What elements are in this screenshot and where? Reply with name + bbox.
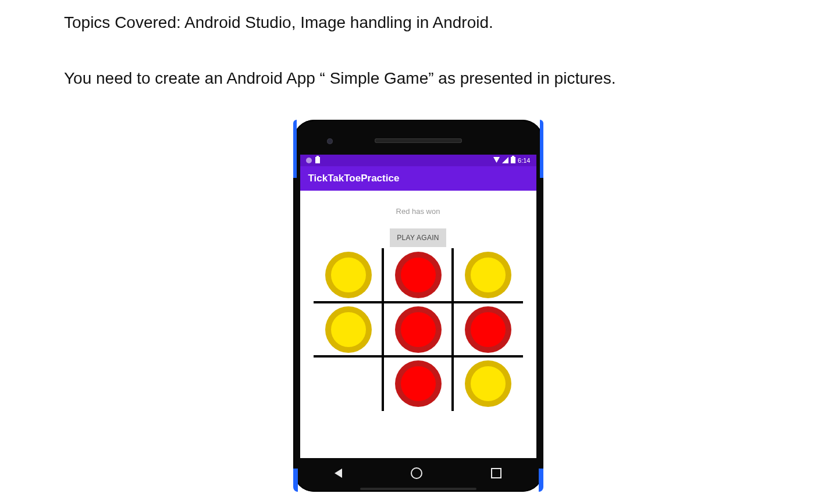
svg-point-127 [471, 366, 506, 401]
frame-accent [540, 120, 543, 178]
board-cell-2[interactable] [453, 248, 523, 302]
svg-point-15 [354, 256, 357, 258]
svg-point-16 [361, 260, 363, 262]
svg-point-61 [339, 346, 341, 349]
svg-point-60 [347, 348, 349, 350]
svg-point-91 [471, 312, 506, 347]
svg-point-104 [486, 308, 489, 310]
svg-point-81 [399, 335, 401, 338]
svg-point-53 [505, 266, 507, 269]
svg-point-121 [409, 364, 411, 366]
svg-point-99 [468, 335, 471, 338]
svg-point-115 [409, 401, 411, 403]
svg-point-32 [417, 254, 419, 256]
yellow-coin-icon [463, 250, 513, 300]
svg-point-114 [417, 402, 419, 405]
svg-point-70 [361, 314, 363, 316]
svg-point-57 [365, 335, 368, 338]
frame-accent [293, 469, 298, 492]
svg-point-96 [486, 348, 489, 350]
nav-back-icon[interactable] [335, 469, 342, 478]
svg-point-116 [403, 396, 405, 399]
svg-point-105 [494, 310, 496, 312]
svg-point-11 [329, 266, 331, 269]
svg-point-117 [399, 390, 401, 392]
svg-point-130 [500, 396, 503, 399]
svg-point-65 [329, 320, 331, 323]
board-cell-7[interactable] [383, 356, 453, 410]
svg-point-71 [365, 320, 368, 323]
app-body: Red has won PLAY AGAIN [300, 191, 536, 458]
status-bar: 6:14 [300, 155, 536, 166]
play-again-button[interactable]: PLAY AGAIN [390, 228, 446, 247]
svg-point-34 [431, 260, 433, 262]
svg-point-86 [417, 308, 419, 310]
svg-point-14 [347, 254, 349, 256]
red-coin-icon [393, 250, 443, 300]
svg-point-17 [365, 266, 368, 269]
svg-point-29 [399, 266, 401, 269]
bottom-speaker [360, 488, 476, 490]
svg-point-122 [417, 363, 419, 365]
svg-point-3 [365, 281, 368, 284]
svg-point-129 [505, 390, 507, 392]
svg-point-7 [339, 292, 341, 294]
svg-point-41 [494, 292, 496, 294]
android-nav-bar [300, 463, 536, 484]
red-coin-icon [393, 359, 443, 409]
svg-point-78 [417, 348, 419, 350]
svg-point-88 [431, 314, 433, 316]
svg-point-75 [435, 335, 437, 338]
svg-point-134 [472, 396, 475, 399]
svg-point-89 [435, 320, 437, 323]
svg-point-138 [472, 369, 475, 371]
svg-point-52 [500, 260, 503, 262]
svg-point-85 [409, 310, 411, 312]
svg-point-63 [329, 335, 331, 338]
svg-point-132 [486, 402, 489, 405]
board-cell-8[interactable] [453, 356, 523, 410]
svg-point-97 [479, 346, 481, 349]
game-board [314, 248, 523, 411]
svg-point-79 [409, 346, 411, 349]
action-bar: TickTakToePractice [300, 166, 536, 191]
nav-home-icon[interactable] [411, 467, 422, 479]
svg-point-46 [467, 274, 469, 276]
svg-point-55 [331, 312, 366, 347]
svg-point-102 [472, 314, 475, 316]
board-cell-0[interactable] [314, 248, 383, 302]
svg-point-143 [505, 375, 507, 377]
nav-recent-icon[interactable] [491, 468, 501, 478]
svg-point-84 [403, 314, 405, 316]
svg-point-92 [506, 328, 508, 330]
svg-point-45 [468, 281, 471, 284]
red-coin-icon [393, 305, 443, 355]
board-cell-6[interactable] [314, 356, 383, 410]
svg-point-112 [431, 396, 433, 399]
svg-point-47 [468, 266, 471, 269]
svg-point-23 [424, 292, 426, 294]
svg-point-37 [471, 258, 506, 292]
svg-point-62 [333, 342, 335, 344]
battery-icon [511, 157, 515, 163]
board-cell-1[interactable] [383, 248, 453, 302]
svg-point-64 [327, 328, 329, 330]
svg-point-20 [436, 274, 439, 276]
wifi-icon [493, 157, 500, 163]
svg-point-39 [505, 281, 507, 284]
svg-point-5 [354, 292, 357, 294]
svg-point-120 [403, 369, 405, 371]
svg-point-43 [479, 292, 481, 294]
svg-point-125 [435, 375, 437, 377]
earpiece-icon [375, 138, 462, 143]
svg-point-30 [403, 260, 405, 262]
svg-point-10 [327, 274, 329, 276]
board-line [314, 301, 523, 303]
board-line [314, 355, 523, 358]
svg-point-26 [403, 288, 405, 290]
board-cell-3[interactable] [314, 302, 383, 356]
board-cell-5[interactable] [453, 302, 523, 356]
svg-point-124 [431, 369, 433, 371]
svg-point-67 [339, 310, 341, 312]
board-cell-4[interactable] [383, 302, 453, 356]
